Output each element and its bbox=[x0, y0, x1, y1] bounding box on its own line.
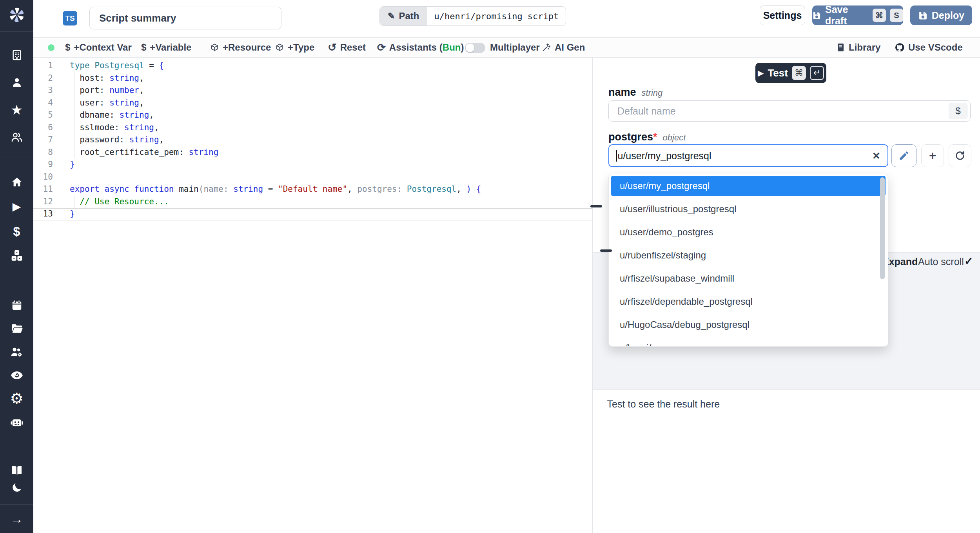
reset-button[interactable]: ↺ Reset bbox=[328, 38, 366, 57]
check-icon[interactable]: ✓ bbox=[964, 255, 973, 267]
insert-variable-button[interactable]: $ bbox=[949, 103, 967, 119]
result-panel: Test to see the result here bbox=[593, 389, 980, 533]
add-type-button[interactable]: +Type bbox=[275, 38, 314, 57]
user-icon[interactable] bbox=[0, 74, 33, 91]
users-gear-icon[interactable] bbox=[0, 344, 33, 361]
gear-icon[interactable]: ⚙ bbox=[0, 390, 33, 407]
users-icon[interactable] bbox=[0, 129, 33, 146]
enter-key-icon: ↵ bbox=[810, 66, 824, 80]
dropdown-item[interactable]: u/user/illustrious_postgresql bbox=[611, 199, 886, 219]
add-variable-label: +Variable bbox=[150, 42, 191, 53]
dropdown-item[interactable]: u/rfiszel/dependable_postgresql bbox=[611, 291, 886, 312]
dollar-icon[interactable]: $ bbox=[0, 223, 33, 240]
building-icon[interactable] bbox=[0, 46, 33, 64]
code-line[interactable]: export async function main(name: string … bbox=[70, 183, 592, 196]
code-line[interactable]: root_certificate_pem: string bbox=[70, 146, 592, 159]
line-number: 2 bbox=[33, 72, 53, 85]
multiplayer-toggle[interactable] bbox=[465, 43, 485, 53]
dropdown-item[interactable]: u/user/my_postgresql bbox=[611, 176, 886, 196]
code-content[interactable]: type Postgresql = { host: string, port: … bbox=[70, 60, 592, 220]
dropdown-item[interactable]: u/HugoCasa/debug_postgresql bbox=[611, 315, 886, 335]
edit-resource-button[interactable] bbox=[891, 144, 916, 167]
settings-label: Settings bbox=[763, 10, 802, 21]
command-key-icon: ⌘ bbox=[792, 66, 806, 80]
path-value[interactable]: u/henri/promising_script bbox=[427, 7, 566, 25]
save-icon bbox=[812, 11, 821, 20]
pencil-icon bbox=[898, 150, 909, 161]
deploy-button[interactable]: Deploy bbox=[910, 5, 972, 25]
toggle-knob bbox=[466, 44, 474, 52]
path-chip[interactable]: ✎ Path u/henri/promising_script bbox=[379, 6, 566, 26]
code-line[interactable]: user: string, bbox=[70, 97, 592, 109]
settings-button[interactable]: Settings bbox=[760, 5, 805, 25]
dollar-icon: $ bbox=[141, 42, 146, 53]
postgres-resource-input[interactable]: u/user/my_postgresql ✕ bbox=[608, 144, 888, 167]
code-line[interactable]: } bbox=[70, 208, 592, 220]
dropdown-item[interactable]: u/user/demo_postgres bbox=[611, 222, 886, 242]
cube-icon bbox=[210, 43, 219, 52]
left-nav-rail: ★▶$⚙→ bbox=[0, 0, 33, 533]
postgres-input-value[interactable]: u/user/my_postgresql bbox=[618, 150, 873, 162]
calendar-icon[interactable] bbox=[0, 297, 33, 314]
vertical-splitter-handle[interactable] bbox=[590, 205, 602, 207]
clear-icon[interactable]: ✕ bbox=[872, 150, 880, 162]
book-icon bbox=[836, 43, 845, 52]
horizontal-splitter-handle[interactable] bbox=[600, 249, 612, 252]
rail-divider bbox=[0, 31, 33, 32]
play-icon[interactable]: ▶ bbox=[0, 198, 33, 215]
auto-scroll-label[interactable]: Auto scroll bbox=[918, 256, 964, 267]
code-line[interactable]: host: string, bbox=[70, 72, 592, 85]
refresh-resources-button[interactable] bbox=[949, 144, 971, 167]
library-label: Library bbox=[849, 42, 880, 53]
code-line[interactable]: sslmode: string, bbox=[70, 122, 592, 134]
name-field-label: namestring bbox=[608, 86, 662, 98]
dropdown-item[interactable]: u/rfiszel/supabase_windmill bbox=[611, 268, 886, 289]
dropdown-item[interactable]: u/henri/… bbox=[611, 338, 886, 347]
path-chip-label[interactable]: ✎ Path bbox=[380, 7, 427, 25]
required-asterisk: * bbox=[653, 131, 657, 143]
refresh-icon bbox=[955, 150, 965, 161]
assistants-language: Bun bbox=[443, 42, 461, 53]
windmill-logo[interactable] bbox=[0, 6, 33, 24]
rail-divider bbox=[0, 504, 33, 505]
eye-icon[interactable] bbox=[0, 367, 33, 384]
add-context-var-button[interactable]: $ +Context Var bbox=[65, 38, 132, 57]
code-line[interactable]: type Postgresql = { bbox=[70, 60, 592, 72]
ai-gen-button[interactable]: AI Gen bbox=[542, 38, 585, 57]
code-line[interactable] bbox=[70, 171, 592, 184]
multiplayer-label: Multiplayer bbox=[490, 38, 540, 57]
code-line[interactable]: port: number, bbox=[70, 84, 592, 97]
use-vscode-label: Use VScode bbox=[908, 42, 963, 53]
home-icon[interactable] bbox=[0, 173, 33, 191]
code-line[interactable]: password: string, bbox=[70, 134, 592, 146]
add-resource-button[interactable]: +Resource bbox=[210, 38, 271, 57]
assistants-button[interactable]: ⟳ Assistants (Bun) bbox=[377, 38, 464, 57]
library-button[interactable]: Library bbox=[836, 38, 880, 57]
folder-open-icon[interactable] bbox=[0, 320, 33, 337]
star-icon[interactable]: ★ bbox=[0, 101, 33, 118]
robot-icon[interactable] bbox=[0, 414, 33, 431]
arrow-right-icon[interactable]: → bbox=[0, 510, 33, 528]
play-icon: ▶ bbox=[758, 68, 764, 78]
save-draft-button[interactable]: Save draft ⌘ S bbox=[812, 5, 903, 25]
script-summary-input[interactable] bbox=[89, 7, 281, 29]
code-line[interactable]: } bbox=[70, 158, 592, 171]
dropdown-item[interactable]: u/rubenfiszel/staging bbox=[611, 245, 886, 266]
code-line[interactable]: dbname: string, bbox=[70, 109, 592, 122]
use-vscode-button[interactable]: Use VScode bbox=[895, 38, 963, 57]
command-key-icon: ⌘ bbox=[873, 9, 886, 22]
pencil-icon: ✎ bbox=[388, 11, 395, 21]
text-cursor bbox=[616, 150, 617, 162]
add-resource-button-args[interactable]: + bbox=[921, 144, 944, 167]
test-button[interactable]: ▶ Test ⌘ ↵ bbox=[755, 63, 826, 83]
name-input[interactable] bbox=[608, 100, 971, 122]
cubes-icon[interactable] bbox=[0, 247, 33, 264]
add-variable-button[interactable]: $ +Variable bbox=[141, 38, 191, 57]
github-icon bbox=[895, 42, 905, 53]
code-editor[interactable]: 12345678910111213 type Postgresql = { ho… bbox=[33, 58, 592, 533]
line-number: 12 bbox=[33, 196, 53, 208]
moon-icon[interactable] bbox=[0, 479, 33, 496]
dropdown-scrollbar[interactable] bbox=[880, 177, 885, 279]
book-open-icon[interactable] bbox=[0, 462, 33, 479]
code-line[interactable]: // Use Resource... bbox=[70, 196, 592, 208]
